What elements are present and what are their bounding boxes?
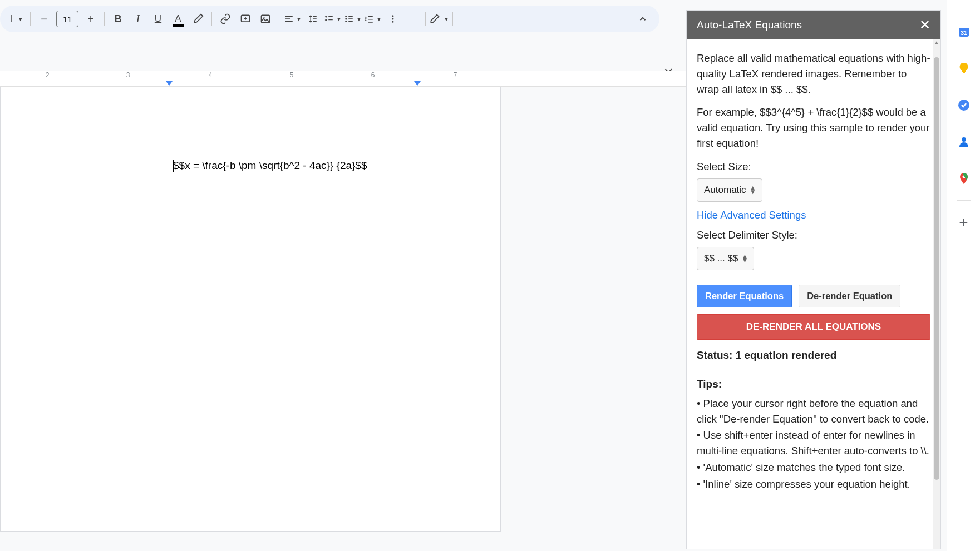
separator <box>104 12 105 26</box>
svg-point-32 <box>962 137 966 142</box>
underline-button[interactable]: U <box>148 9 168 29</box>
caret-icon: ▲▼ <box>742 255 748 262</box>
caret-icon: ▲▼ <box>750 186 756 194</box>
text-color-button[interactable]: A <box>168 9 188 29</box>
insert-image-button[interactable] <box>255 9 275 29</box>
example-text: For example, $$3^{4^5} + \frac{1}{2}$$ w… <box>697 105 930 151</box>
add-addons-button[interactable]: + <box>957 215 971 230</box>
sidebar-body: Replace all valid mathematical equations… <box>687 39 940 549</box>
editing-mode-button[interactable]: ▼ <box>429 9 449 29</box>
svg-rect-30 <box>963 72 965 73</box>
ruler-tick: 7 <box>454 71 457 79</box>
ruler-tick: 2 <box>46 71 50 79</box>
document-page[interactable]: $$x = \frac{-b \pm \sqrt{b^2 - 4ac}} {2a… <box>0 87 501 532</box>
bulleted-list-button[interactable]: ▼ <box>343 9 363 29</box>
formatting-toolbar: l▼ − + B I U A ▼ ▼ ▼ 12 ▼ <box>0 6 659 32</box>
sidebar-header: Auto-LaTeX Equations ✕ <box>687 11 940 39</box>
calendar-icon[interactable]: 31 <box>957 24 971 39</box>
svg-text:2: 2 <box>365 18 367 21</box>
decrease-font-button[interactable]: − <box>34 9 54 29</box>
svg-point-14 <box>345 18 347 20</box>
ruler-tick: 6 <box>371 71 375 79</box>
render-equations-button[interactable]: Render Equations <box>697 285 792 307</box>
button-row: Render Equations De-render Equation <box>697 285 930 307</box>
svg-point-13 <box>345 16 347 17</box>
derender-all-button[interactable]: DE-RENDER ALL EQUATIONS <box>697 314 930 340</box>
document-area: ✕ 2 3 4 5 6 7 $$x = \frac{-b \pm \sqrt{b… <box>0 44 690 545</box>
line-spacing-button[interactable] <box>303 9 323 29</box>
close-sidebar-button[interactable]: ✕ <box>919 17 930 33</box>
separator <box>30 12 31 26</box>
contacts-icon[interactable] <box>957 135 971 149</box>
ruler-tick: 4 <box>209 71 213 79</box>
size-select[interactable]: Automatic ▲▼ <box>697 178 762 202</box>
size-label: Select Size: <box>697 159 930 175</box>
svg-point-15 <box>345 21 347 22</box>
svg-point-25 <box>392 18 394 20</box>
ruler-tick: 5 <box>290 71 294 79</box>
scroll-up-arrow[interactable]: ▲ <box>933 39 940 47</box>
delimiter-label: Select Delimiter Style: <box>697 227 930 243</box>
separator <box>211 12 212 26</box>
styles-dropdown[interactable]: l▼ <box>7 9 27 29</box>
increase-font-button[interactable]: + <box>81 9 101 29</box>
tips-heading: Tips: <box>697 376 930 393</box>
rail-divider <box>957 200 971 201</box>
svg-point-26 <box>392 21 394 23</box>
advanced-settings-link[interactable]: Hide Advanced Settings <box>697 207 930 223</box>
tasks-icon[interactable] <box>957 98 971 112</box>
intro-text: Replace all valid mathematical equations… <box>697 51 930 97</box>
sidebar-scrollbar[interactable]: ▲ <box>933 39 940 549</box>
right-indent-marker[interactable] <box>414 81 421 86</box>
bold-button[interactable]: B <box>108 9 128 29</box>
delimiter-select[interactable]: $$ ... $$ ▲▼ <box>697 247 754 270</box>
sidebar-title: Auto-LaTeX Equations <box>697 19 802 31</box>
align-button[interactable]: ▼ <box>283 9 303 29</box>
tip-item: • 'Inline' size compresses your equation… <box>697 476 930 492</box>
font-size-input[interactable] <box>56 11 78 27</box>
maps-icon[interactable] <box>957 171 971 186</box>
status-text: Status: 1 equation rendered <box>697 348 930 364</box>
derender-equation-button[interactable]: De-render Equation <box>799 285 900 307</box>
font-size-group: − + <box>34 9 101 29</box>
separator <box>279 12 279 26</box>
tip-item: • Place your cursor right before the equ… <box>697 396 930 427</box>
app-rail: 31 + <box>947 0 980 551</box>
highlight-button[interactable] <box>188 9 208 29</box>
more-options-button[interactable] <box>383 9 403 29</box>
addon-sidebar: Auto-LaTeX Equations ✕ Replace all valid… <box>686 10 941 549</box>
tip-item: • Use shift+enter instead of enter for n… <box>697 428 930 459</box>
ruler-tick: 3 <box>126 71 130 79</box>
svg-point-24 <box>392 15 394 17</box>
scroll-thumb[interactable] <box>934 57 939 480</box>
add-comment-button[interactable] <box>235 9 255 29</box>
svg-text:31: 31 <box>960 29 967 36</box>
horizontal-ruler[interactable]: 2 3 4 5 6 7 <box>0 71 690 87</box>
document-text[interactable]: $$x = \frac{-b \pm \sqrt{b^2 - 4ac}} {2a… <box>173 160 478 172</box>
left-indent-marker[interactable] <box>166 81 173 86</box>
keep-icon[interactable] <box>957 61 971 76</box>
separator <box>425 12 426 26</box>
collapse-toolbar-button[interactable] <box>633 9 653 29</box>
italic-button[interactable]: I <box>128 9 148 29</box>
separator <box>452 12 453 26</box>
checklist-button[interactable]: ▼ <box>323 9 343 29</box>
tip-item: • 'Automatic' size matches the typed fon… <box>697 460 930 475</box>
insert-link-button[interactable] <box>215 9 235 29</box>
numbered-list-button[interactable]: 12 ▼ <box>363 9 383 29</box>
